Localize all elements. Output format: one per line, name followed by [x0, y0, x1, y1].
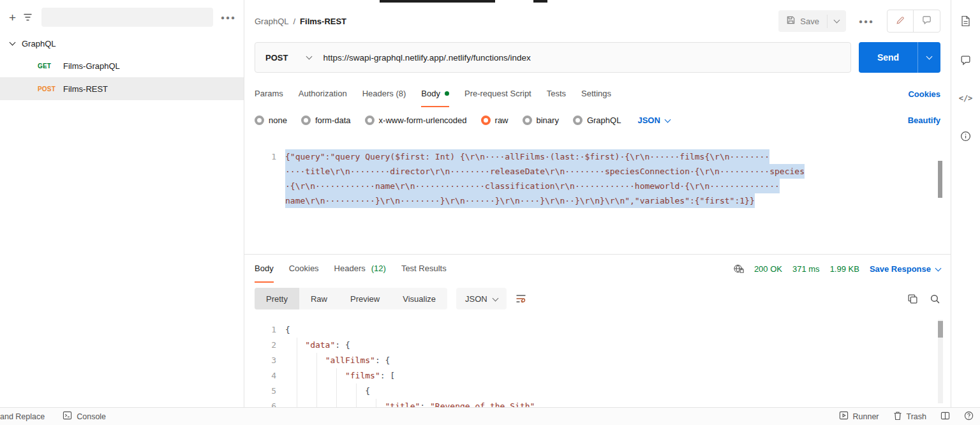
response-meta: 200 OK 371 ms 1.99 KB Save Response	[733, 264, 940, 274]
save-response-button[interactable]: Save Response	[870, 264, 940, 274]
mode-x-www-form-urlencoded[interactable]: x-www-form-urlencoded	[365, 116, 467, 125]
search-icon[interactable]	[930, 294, 940, 304]
url-input[interactable]	[323, 53, 850, 63]
chevron-down-icon	[935, 265, 942, 271]
trash-button[interactable]: Trash	[893, 411, 927, 422]
response-toolbar: Pretty Raw Preview Visualize JSON	[244, 283, 951, 315]
mode-form-data[interactable]: form-data	[301, 116, 351, 125]
raw-language-selector[interactable]: JSON	[637, 116, 669, 125]
cookies-link[interactable]: Cookies	[908, 89, 940, 99]
comments-icon[interactable]	[960, 55, 971, 66]
response-tab-headers[interactable]: Headers(12)	[334, 255, 386, 283]
body-mode-row: none form-data x-www-form-urlencoded raw…	[244, 107, 951, 133]
context-rail: </>	[951, 0, 980, 407]
tab-body[interactable]: Body	[421, 80, 449, 107]
mode-graphql[interactable]: GraphQL	[573, 116, 621, 125]
search-input[interactable]	[41, 8, 213, 27]
response-scrollbar-thumb[interactable]	[938, 321, 943, 338]
window-tab-edge	[533, 0, 547, 3]
new-request-button[interactable]: +	[9, 11, 16, 24]
line-number	[255, 164, 285, 179]
panel-layout-button[interactable]	[940, 412, 950, 422]
method-badge-get: GET	[38, 63, 61, 70]
wrap-text-icon[interactable]	[516, 294, 527, 304]
breadcrumb-collection[interactable]: GraphQL	[255, 17, 288, 26]
help-button[interactable]	[964, 411, 974, 422]
response-tab-test-results[interactable]: Test Results	[401, 255, 447, 283]
chevron-down-icon	[306, 53, 313, 59]
tab-headers[interactable]: Headers (8)	[362, 80, 406, 107]
mode-none[interactable]: none	[255, 116, 287, 125]
tab-label: Settings	[581, 89, 611, 98]
line-number: 3	[255, 353, 285, 368]
radio-icon	[523, 116, 532, 125]
editor-line: name\r\n··········}\r\n········}\r\n····…	[255, 193, 940, 208]
line-number: 4	[255, 368, 285, 384]
mode-label: x-www-form-urlencoded	[379, 116, 467, 125]
page-title: Films-REST	[300, 17, 346, 26]
documentation-icon[interactable]	[960, 15, 971, 27]
view-visualize[interactable]: Visualize	[391, 288, 447, 309]
chevron-down-icon[interactable]	[10, 40, 16, 46]
runner-icon	[839, 411, 849, 422]
save-button-group: Save	[778, 10, 846, 32]
header-actions: Save ●●●	[778, 10, 940, 33]
console-button[interactable]: Console	[63, 411, 106, 422]
request-url-bar: POST Send	[244, 42, 951, 80]
response-language-selector[interactable]: JSON	[456, 288, 507, 309]
find-and-replace-button[interactable]: and Replace	[0, 412, 45, 421]
editor-code-selected: name\r\n··········}\r\n········}\r\n····…	[285, 193, 755, 208]
response-tab-body[interactable]: Body	[255, 255, 274, 283]
save-options-button[interactable]	[827, 15, 846, 28]
response-tab-cookies[interactable]: Cookies	[289, 255, 319, 283]
collection-graphql[interactable]: GraphQL	[0, 33, 244, 54]
radio-icon	[573, 116, 583, 125]
status-bar: and Replace Console Runner Trash	[0, 407, 980, 425]
tab-tests[interactable]: Tests	[547, 80, 566, 107]
send-button[interactable]: Send	[859, 42, 917, 73]
edit-button[interactable]	[887, 10, 913, 32]
radio-icon	[301, 116, 311, 125]
editor-line: 1 {"query":"query Query($first: Int) {\r…	[255, 149, 940, 164]
editor-scrollbar[interactable]	[938, 161, 942, 198]
tab-settings[interactable]: Settings	[581, 80, 611, 107]
mode-label: none	[269, 116, 287, 125]
tab-label: Body	[255, 264, 274, 273]
sidebar-item-films-rest[interactable]: POST Films-REST	[0, 77, 244, 100]
view-pretty[interactable]: Pretty	[255, 288, 299, 309]
response-code-line: 1 {	[255, 322, 940, 338]
request-body-editor[interactable]: 1 {"query":"query Query($first: Int) {\r…	[244, 133, 951, 254]
save-button[interactable]: Save	[778, 10, 827, 32]
send-options-button[interactable]	[917, 42, 940, 73]
mode-raw[interactable]: raw	[481, 116, 509, 125]
view-preview[interactable]: Preview	[339, 288, 391, 309]
line-number: 2	[255, 338, 285, 353]
status-bar-right: Runner Trash	[839, 411, 974, 422]
request-more-actions-icon[interactable]: ●●●	[859, 18, 874, 25]
network-globe-icon[interactable]	[733, 264, 744, 274]
tab-label: Params	[255, 89, 283, 98]
filter-icon[interactable]	[24, 13, 34, 22]
status-badge: 200 OK	[754, 264, 782, 274]
sidebar-more-actions-icon[interactable]: ●●●	[221, 14, 236, 21]
collection-name: GraphQL	[22, 39, 56, 48]
mode-label: form-data	[315, 116, 351, 125]
trash-label: Trash	[907, 412, 927, 421]
tab-pre-request-script[interactable]: Pre-request Script	[464, 80, 531, 107]
info-icon[interactable]	[960, 131, 971, 142]
sidebar-item-films-graphql[interactable]: GET Films-GraphQL	[0, 54, 244, 77]
response-code-line: 5 {	[255, 384, 940, 399]
tab-authorization[interactable]: Authorization	[299, 80, 347, 107]
code-snippet-icon[interactable]: </>	[959, 94, 973, 103]
tab-params[interactable]: Params	[255, 80, 283, 107]
runner-button[interactable]: Runner	[839, 411, 879, 422]
comment-button[interactable]	[913, 10, 940, 32]
view-raw[interactable]: Raw	[299, 288, 339, 309]
beautify-link[interactable]: Beautify	[908, 116, 940, 125]
method-selector[interactable]: POST	[255, 43, 323, 72]
help-icon	[964, 411, 974, 422]
copy-icon[interactable]	[907, 294, 918, 304]
mode-binary[interactable]: binary	[523, 116, 559, 125]
indent-guide	[297, 338, 297, 407]
method-badge-post: POST	[38, 86, 61, 93]
